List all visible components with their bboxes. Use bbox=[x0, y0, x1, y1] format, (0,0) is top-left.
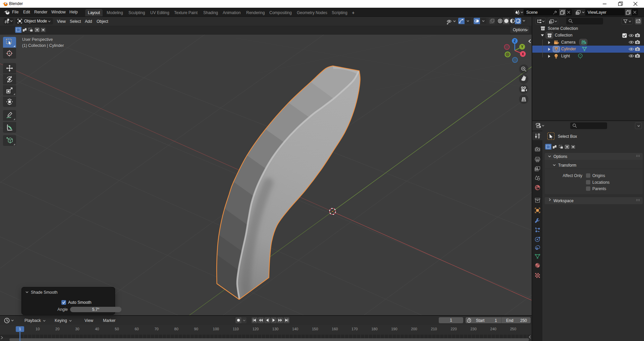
svg-text:X: X bbox=[522, 52, 524, 56]
svg-text:Z: Z bbox=[514, 39, 516, 43]
svg-text:Y: Y bbox=[521, 45, 523, 49]
